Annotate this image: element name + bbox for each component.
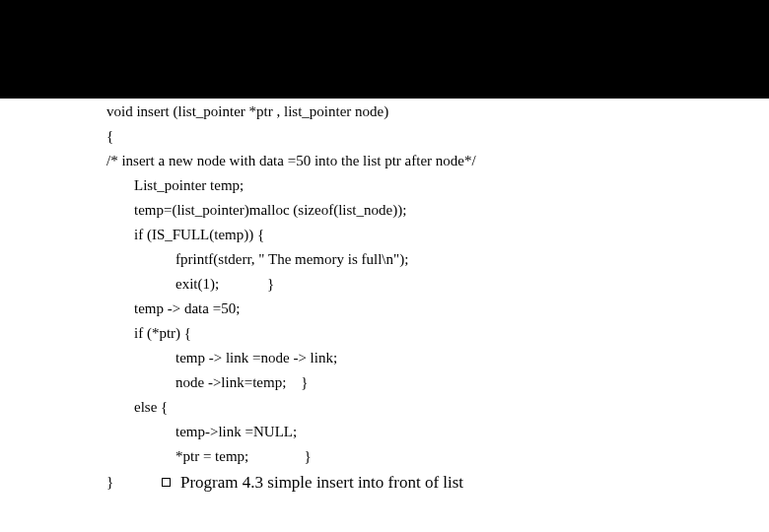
code-line: *ptr = temp; } (106, 449, 769, 464)
footer-row: } Program 4.3 simple insert into front o… (106, 474, 769, 491)
code-line: /* insert a new node with data =50 into … (106, 154, 769, 168)
code-line: if (*ptr) { (106, 326, 769, 341)
code-line: fprintf(stderr, " The memory is full\n")… (106, 252, 769, 267)
code-line: if (IS_FULL(temp)) { (106, 228, 769, 242)
code-line: else { (106, 400, 769, 415)
bullet-square-icon (162, 478, 171, 487)
code-line: void insert (list_pointer *ptr , list_po… (106, 104, 769, 119)
code-line: node ->link=temp; } (106, 375, 769, 390)
top-black-band (0, 0, 769, 95)
code-line: temp->link =NULL; (106, 425, 769, 439)
caption-text: Program 4.3 simple insert into front of … (180, 474, 463, 491)
code-line: List_pointer temp; (106, 178, 769, 193)
code-line: temp -> data =50; (106, 301, 769, 316)
code-line: } (106, 475, 156, 490)
code-listing: void insert (list_pointer *ptr , list_po… (0, 99, 769, 491)
code-line: exit(1); } (106, 277, 769, 292)
code-line: temp -> link =node -> link; (106, 351, 769, 366)
code-line: { (106, 129, 769, 144)
code-line: temp=(list_pointer)malloc (sizeof(list_n… (106, 203, 769, 218)
